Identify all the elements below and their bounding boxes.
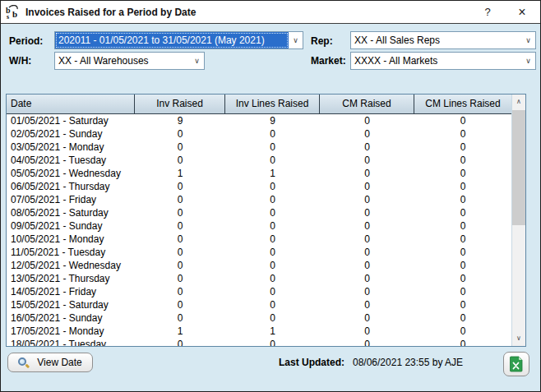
cell-cm-lines-raised: 0	[414, 141, 511, 154]
window-title: Invoices Raised for a Period by Date	[25, 1, 196, 24]
cell-cm-raised: 0	[320, 272, 414, 285]
cell-cm-lines-raised: 0	[414, 206, 511, 219]
rep-select[interactable]: XX - All Sales Reps ∨	[350, 31, 536, 49]
close-button[interactable]: ×	[509, 1, 535, 24]
cell-cm-raised: 0	[320, 206, 414, 219]
warehouse-select[interactable]: XX - All Warehouses ∨	[54, 52, 205, 70]
cell-cm-lines-raised: 0	[414, 154, 511, 167]
invoices-table: Date Inv Raised Inv Lines Raised CM Rais…	[6, 94, 526, 347]
cell-cm-raised: 0	[320, 141, 414, 154]
export-excel-button[interactable]	[503, 352, 529, 376]
cell-date: 14/05/2021 - Friday	[7, 285, 135, 298]
table-row[interactable]: 04/05/2021 - Tuesday 0 0 0 0	[7, 154, 511, 167]
table-row[interactable]: 02/05/2021 - Sunday 0 0 0 0	[7, 127, 511, 141]
table-row[interactable]: 16/05/2021 - Sunday 0 0 0 0	[7, 311, 511, 325]
cell-inv-lines-raised: 9	[225, 114, 320, 127]
table-row[interactable]: 17/05/2021 - Monday 1 1 0 0	[7, 325, 511, 338]
cell-inv-lines-raised: 0	[225, 259, 320, 272]
cell-inv-raised: 0	[135, 233, 225, 246]
cell-inv-lines-raised: 0	[225, 127, 320, 141]
table-row[interactable]: 03/05/2021 - Monday 0 0 0 0	[7, 141, 511, 154]
column-header-inv-raised: Inv Raised	[135, 95, 225, 113]
cell-cm-raised: 0	[320, 154, 414, 167]
cell-date: 18/05/2021 - Tuesday	[7, 338, 135, 346]
cell-inv-raised: 9	[135, 114, 225, 127]
cell-inv-raised: 0	[135, 141, 225, 154]
cell-date: 16/05/2021 - Sunday	[7, 311, 135, 325]
cell-cm-lines-raised: 0	[414, 219, 511, 233]
cell-inv-lines-raised: 0	[225, 246, 320, 259]
cell-inv-raised: 0	[135, 246, 225, 259]
last-updated-label: Last Updated:	[279, 353, 344, 372]
chevron-down-icon: ∨	[190, 53, 204, 69]
period-select[interactable]: 202011 - 01/05/2021 to 31/05/2021 (May 2…	[54, 31, 303, 49]
table-row[interactable]: 11/05/2021 - Tuesday 0 0 0 0	[7, 246, 511, 259]
table-row[interactable]: 14/05/2021 - Friday 0 0 0 0	[7, 285, 511, 298]
cell-inv-raised: 0	[135, 259, 225, 272]
view-date-button[interactable]: View Date	[7, 353, 93, 372]
cell-cm-lines-raised: 0	[414, 298, 511, 311]
svg-text:s: s	[7, 13, 9, 20]
table-row[interactable]: 10/05/2021 - Monday 0 0 0 0	[7, 233, 511, 246]
cell-inv-lines-raised: 0	[225, 154, 320, 167]
cell-cm-raised: 0	[320, 167, 414, 180]
scrollbar-thumb[interactable]	[512, 110, 525, 225]
cell-cm-lines-raised: 0	[414, 338, 511, 346]
cell-date: 10/05/2021 - Monday	[7, 233, 135, 246]
table-row[interactable]: 01/05/2021 - Saturday 9 9 0 0	[7, 114, 511, 127]
cell-inv-lines-raised: 0	[225, 311, 320, 325]
magnifier-icon	[18, 357, 29, 368]
table-row[interactable]: 12/05/2021 - Wednesday 0 0 0 0	[7, 259, 511, 272]
vertical-scrollbar[interactable]: ∧ ∨	[511, 95, 525, 346]
table-row[interactable]: 05/05/2021 - Wednesday 1 1 0 0	[7, 167, 511, 180]
cell-cm-lines-raised: 0	[414, 311, 511, 325]
cell-inv-lines-raised: 0	[225, 338, 320, 346]
cell-date: 13/05/2021 - Thursday	[7, 272, 135, 285]
cell-cm-lines-raised: 0	[414, 233, 511, 246]
period-label: Period:	[9, 32, 43, 50]
chevron-down-icon: ∨	[289, 32, 303, 48]
table-row[interactable]: 09/05/2021 - Sunday 0 0 0 0	[7, 219, 511, 233]
market-select[interactable]: XXXX - All Markets ∨	[350, 52, 536, 70]
cell-cm-lines-raised: 0	[414, 246, 511, 259]
scroll-up-icon[interactable]: ∧	[512, 95, 525, 109]
cell-inv-raised: 0	[135, 180, 225, 193]
warehouse-value: XX - All Warehouses	[55, 53, 190, 69]
cell-cm-raised: 0	[320, 246, 414, 259]
cell-date: 12/05/2021 - Wednesday	[7, 259, 135, 272]
cell-cm-lines-raised: 0	[414, 259, 511, 272]
cell-cm-raised: 0	[320, 180, 414, 193]
cell-cm-raised: 0	[320, 219, 414, 233]
view-date-label: View Date	[37, 357, 81, 368]
cell-inv-raised: 1	[135, 167, 225, 180]
scroll-down-icon[interactable]: ∨	[512, 331, 525, 346]
cell-cm-raised: 0	[320, 193, 414, 206]
table-row[interactable]: 08/05/2021 - Saturday 0 0 0 0	[7, 206, 511, 219]
cell-inv-lines-raised: 0	[225, 285, 320, 298]
cell-cm-lines-raised: 0	[414, 272, 511, 285]
column-header-date: Date	[7, 95, 135, 113]
table-row[interactable]: 15/05/2021 - Saturday 0 0 0 0	[7, 298, 511, 311]
table-row[interactable]: 06/05/2021 - Thursday 0 0 0 0	[7, 180, 511, 193]
dialog-window: b s b Invoices Raised for a Period by Da…	[0, 0, 541, 392]
warehouse-label: W/H:	[9, 52, 31, 70]
cell-date: 02/05/2021 - Sunday	[7, 127, 135, 141]
column-header-cm-lines-raised: CM Lines Raised	[414, 95, 511, 113]
table-row[interactable]: 07/05/2021 - Friday 0 0 0 0	[7, 193, 511, 206]
cell-date: 08/05/2021 - Saturday	[7, 206, 135, 219]
cell-inv-lines-raised: 0	[225, 298, 320, 311]
cell-inv-raised: 0	[135, 219, 225, 233]
rep-value: XX - All Sales Reps	[351, 32, 521, 48]
table-row[interactable]: 13/05/2021 - Thursday 0 0 0 0	[7, 272, 511, 285]
cell-inv-lines-raised: 0	[225, 141, 320, 154]
cell-cm-lines-raised: 0	[414, 285, 511, 298]
table-row[interactable]: 18/05/2021 - Tuesday 0 0 0 0	[7, 338, 511, 346]
cell-date: 01/05/2021 - Saturday	[7, 114, 135, 127]
cell-inv-raised: 0	[135, 272, 225, 285]
cell-cm-raised: 0	[320, 114, 414, 127]
period-value: 202011 - 01/05/2021 to 31/05/2021 (May 2…	[55, 32, 289, 48]
help-button[interactable]: ?	[474, 1, 501, 24]
cell-inv-raised: 0	[135, 206, 225, 219]
cell-inv-lines-raised: 0	[225, 206, 320, 219]
cell-date: 07/05/2021 - Friday	[7, 193, 135, 206]
